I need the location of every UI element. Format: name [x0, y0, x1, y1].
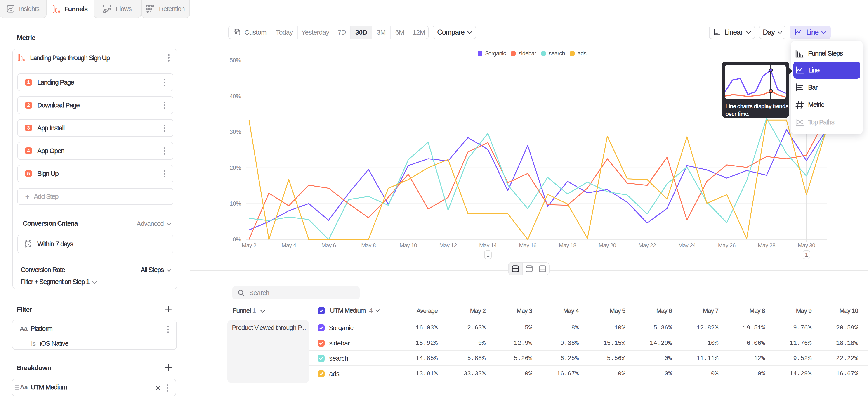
svg-text:May 28: May 28 — [758, 242, 775, 249]
svg-text:0%: 0% — [233, 236, 241, 243]
svg-text:May 22: May 22 — [638, 242, 656, 249]
svg-text:50%: 50% — [230, 57, 241, 64]
svg-text:20%: 20% — [230, 164, 241, 171]
svg-text:May 24: May 24 — [678, 242, 696, 249]
svg-text:10%: 10% — [230, 200, 241, 207]
svg-text:May 26: May 26 — [718, 242, 736, 249]
svg-text:May 8: May 8 — [361, 242, 376, 249]
svg-text:May 12: May 12 — [439, 242, 457, 249]
svg-text:40%: 40% — [230, 93, 241, 99]
svg-text:May 2: May 2 — [242, 242, 256, 249]
svg-text:May 4: May 4 — [282, 242, 296, 249]
svg-text:May 30: May 30 — [798, 242, 815, 249]
svg-text:May 10: May 10 — [399, 242, 417, 249]
svg-text:May 20: May 20 — [598, 242, 616, 249]
svg-text:May 6: May 6 — [321, 242, 336, 249]
svg-text:May 16: May 16 — [519, 242, 536, 249]
svg-text:May 18: May 18 — [559, 242, 576, 249]
svg-text:30%: 30% — [230, 128, 241, 135]
svg-text:May 14: May 14 — [479, 242, 497, 249]
